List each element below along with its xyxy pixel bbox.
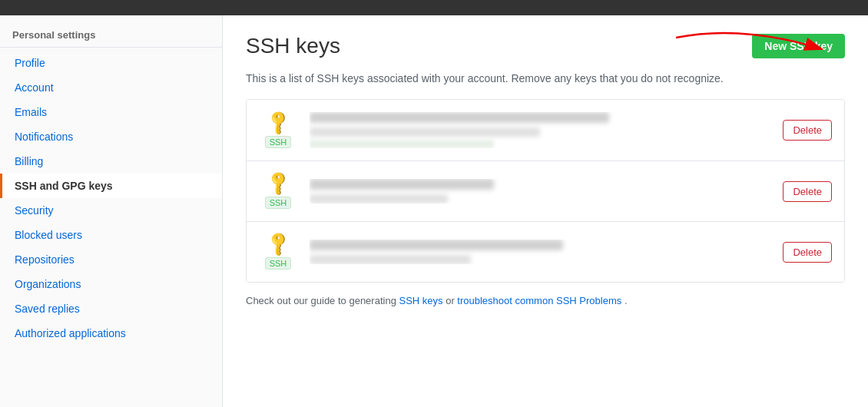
key-icon-1: 🔑 xyxy=(263,169,292,197)
key-title-2 xyxy=(310,240,563,250)
top-bar xyxy=(0,0,868,15)
sidebar-item-profile[interactable]: Profile xyxy=(0,51,222,75)
key-item-1: 🔑SSHDelete xyxy=(247,161,844,222)
sidebar-item-security[interactable]: Security xyxy=(0,198,222,223)
footer-text-or: or xyxy=(446,295,457,306)
sidebar-item-blocked-users[interactable]: Blocked users xyxy=(0,223,222,247)
key-title-0 xyxy=(310,112,609,123)
key-item-2: 🔑SSHDelete xyxy=(247,222,844,282)
key-delete-col-1: Delete xyxy=(783,181,832,202)
key-icon-2: 🔑 xyxy=(263,230,292,258)
description-text: This is a list of SSH keys associated wi… xyxy=(246,71,845,87)
key-delete-col-2: Delete xyxy=(783,242,832,263)
sidebar-item-organizations[interactable]: Organizations xyxy=(0,272,222,296)
sidebar-item-billing[interactable]: Billing xyxy=(0,149,222,174)
sidebar-item-emails[interactable]: Emails xyxy=(0,100,222,124)
footer-link-troubleshoot[interactable]: troubleshoot xyxy=(457,295,512,306)
footer-text: Check out our guide to generating SSH ke… xyxy=(246,295,845,306)
delete-key-button-0[interactable]: Delete xyxy=(783,120,832,141)
key-delete-col-0: Delete xyxy=(783,120,832,141)
key-subtitle-0 xyxy=(310,127,540,137)
ssh-badge-0: SSH xyxy=(265,136,292,148)
ssh-badge-2: SSH xyxy=(265,257,292,270)
sidebar-header: Personal settings xyxy=(0,23,222,48)
key-icon-col-0: 🔑SSH xyxy=(259,113,297,148)
new-ssh-key-button[interactable]: New SSH key xyxy=(752,34,845,58)
key-info-2 xyxy=(310,240,770,264)
key-icon-0: 🔑 xyxy=(263,108,292,137)
footer-link-ssh-keys[interactable]: SSH keys xyxy=(399,295,442,306)
page-header: SSH keys New SSH key xyxy=(246,34,845,58)
delete-key-button-1[interactable]: Delete xyxy=(783,181,832,202)
ssh-keys-list: 🔑SSHDelete🔑SSHDelete🔑SSHDelete xyxy=(246,99,845,283)
key-subtitle-1 xyxy=(310,194,448,204)
sidebar-item-repositories[interactable]: Repositories xyxy=(0,247,222,272)
key-info-0 xyxy=(310,112,770,148)
ssh-badge-1: SSH xyxy=(265,197,292,209)
footer-text-end: . xyxy=(624,295,628,306)
key-info-1 xyxy=(310,179,770,204)
sidebar-item-notifications[interactable]: Notifications xyxy=(0,124,222,149)
key-title-1 xyxy=(310,179,494,190)
sidebar: Personal settings ProfileAccountEmailsNo… xyxy=(0,15,223,407)
sidebar-item-ssh-gpg-keys[interactable]: SSH and GPG keys xyxy=(0,174,222,198)
delete-key-button-2[interactable]: Delete xyxy=(783,242,832,263)
main-content: SSH keys New SSH key This is a list of S… xyxy=(223,15,868,407)
sidebar-item-account[interactable]: Account xyxy=(0,75,222,100)
key-last-used-0 xyxy=(310,140,494,148)
key-subtitle-2 xyxy=(310,255,471,264)
key-icon-col-2: 🔑SSH xyxy=(259,234,297,270)
sidebar-item-authorized-applications[interactable]: Authorized applications xyxy=(0,321,222,346)
footer-text-prefix: Check out our guide to generating xyxy=(246,295,399,306)
page-title: SSH keys xyxy=(246,34,340,58)
key-icon-col-1: 🔑SSH xyxy=(259,174,297,209)
key-item-0: 🔑SSHDelete xyxy=(247,100,844,161)
sidebar-item-saved-replies[interactable]: Saved replies xyxy=(0,296,222,321)
main-container: Personal settings ProfileAccountEmailsNo… xyxy=(0,15,868,407)
footer-link-common-problems[interactable]: common SSH Problems xyxy=(515,295,622,306)
